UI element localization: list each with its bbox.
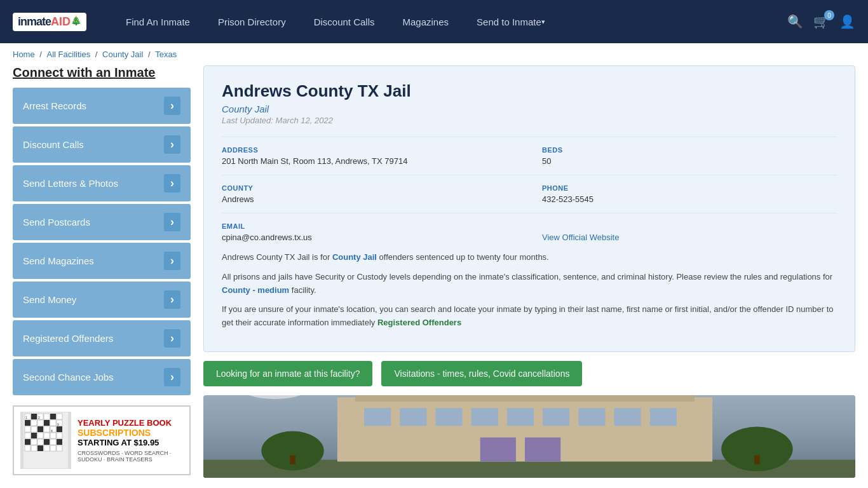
facility-type: County Jail bbox=[222, 104, 837, 114]
info-col-address: ADDRESS 201 North Main St, Room 113, And… bbox=[222, 146, 517, 166]
breadcrumb-sep1: / bbox=[39, 50, 44, 59]
svg-rect-50 bbox=[543, 408, 569, 426]
sidebar-label-send-money: Send Money bbox=[23, 294, 76, 305]
nav-discount-calls[interactable]: Discount Calls bbox=[300, 0, 389, 43]
svg-rect-24 bbox=[57, 433, 62, 438]
sidebar-item-send-magazines[interactable]: Send Magazines › bbox=[13, 243, 191, 279]
facility-info-row2: COUNTY Andrews PHONE 432-523-5545 bbox=[222, 175, 837, 204]
svg-text:4: 4 bbox=[51, 429, 53, 433]
svg-rect-60 bbox=[754, 456, 759, 464]
svg-rect-13 bbox=[25, 426, 31, 432]
sidebar-item-send-letters[interactable]: Send Letters & Photos › bbox=[13, 165, 191, 201]
breadcrumb-all-facilities[interactable]: All Facilities bbox=[47, 50, 91, 59]
sidebar-item-arrest-records[interactable]: Arrest Records › bbox=[13, 88, 191, 124]
website-link[interactable]: View Official Website bbox=[542, 233, 619, 242]
svg-text:9: 9 bbox=[57, 423, 59, 426]
svg-rect-15 bbox=[37, 426, 43, 432]
svg-rect-30 bbox=[57, 439, 62, 445]
phone-value: 432-523-5545 bbox=[542, 194, 837, 204]
svg-rect-36 bbox=[57, 445, 62, 451]
breadcrumb-sep2: / bbox=[95, 50, 100, 59]
svg-rect-27 bbox=[37, 439, 43, 445]
nav-find-inmate[interactable]: Find An Inmate bbox=[112, 0, 204, 43]
sidebar-label-arrest-records: Arrest Records bbox=[23, 100, 86, 111]
svg-rect-25 bbox=[25, 439, 31, 445]
breadcrumb-county-jail[interactable]: County Jail bbox=[102, 50, 143, 59]
svg-rect-7 bbox=[25, 420, 31, 426]
breadcrumb-texas[interactable]: Texas bbox=[155, 50, 177, 59]
breadcrumb-sep3: / bbox=[148, 50, 153, 59]
svg-rect-22 bbox=[44, 433, 50, 438]
svg-rect-45 bbox=[364, 408, 391, 426]
email-label: EMAIL bbox=[222, 222, 517, 230]
desc-para1: Andrews County TX Jail is for County Jai… bbox=[222, 251, 837, 264]
nav-prison-directory[interactable]: Prison Directory bbox=[204, 0, 300, 43]
svg-rect-48 bbox=[471, 408, 498, 426]
ad-title-part2: SUBSCRIPTIONS bbox=[78, 428, 151, 438]
svg-rect-14 bbox=[31, 426, 37, 432]
svg-text:1: 1 bbox=[25, 416, 27, 419]
ad-desc: CROSSWORDS · WORD SEARCH · SUDOKU · BRAI… bbox=[78, 450, 183, 463]
sidebar-label-registered-offenders: Registered Offenders bbox=[23, 333, 113, 344]
desc-para2: All prisons and jails have Security or C… bbox=[222, 271, 837, 297]
logo-text: inmate bbox=[18, 15, 51, 29]
chevron-right-icon: › bbox=[164, 213, 180, 231]
sidebar-item-send-postcards[interactable]: Send Postcards › bbox=[13, 204, 191, 240]
navbar-icons: 🔍 🛒 0 👤 bbox=[787, 14, 855, 29]
svg-rect-33 bbox=[37, 445, 43, 451]
info-col-email: EMAIL cpina@co.andrews.tx.us bbox=[222, 222, 517, 242]
email-value: cpina@co.andrews.tx.us bbox=[222, 233, 517, 242]
svg-rect-16 bbox=[44, 426, 50, 432]
svg-rect-31 bbox=[25, 445, 31, 451]
svg-rect-49 bbox=[507, 408, 534, 426]
sidebar-item-send-money[interactable]: Send Money › bbox=[13, 281, 191, 318]
chevron-right-icon: › bbox=[164, 368, 180, 386]
beds-value: 50 bbox=[542, 156, 837, 166]
sidebar: Connect with an Inmate Arrest Records › … bbox=[13, 65, 191, 478]
nav-magazines[interactable]: Magazines bbox=[389, 0, 463, 43]
svg-rect-29 bbox=[50, 439, 56, 445]
info-col-beds: BEDS 50 bbox=[542, 146, 837, 166]
website-label-spacer bbox=[542, 222, 837, 230]
nav-send-to-inmate[interactable]: Send to Inmate bbox=[463, 0, 559, 43]
sidebar-item-second-chance-jobs[interactable]: Second Chance Jobs › bbox=[13, 359, 191, 395]
svg-point-59 bbox=[721, 427, 792, 471]
chevron-right-icon: › bbox=[164, 97, 180, 115]
breadcrumb-home[interactable]: Home bbox=[13, 50, 35, 59]
sidebar-item-discount-calls[interactable]: Discount Calls › bbox=[13, 126, 191, 163]
cart-icon[interactable]: 🛒 0 bbox=[813, 14, 829, 29]
phone-label: PHONE bbox=[542, 184, 837, 192]
logo[interactable]: inmateAID🎄 bbox=[13, 13, 86, 31]
search-icon[interactable]: 🔍 bbox=[787, 14, 803, 29]
svg-rect-20 bbox=[31, 433, 37, 438]
find-inmate-button[interactable]: Looking for an inmate at this facility? bbox=[203, 361, 372, 386]
registered-offenders-link[interactable]: Registered Offenders bbox=[377, 318, 461, 327]
svg-rect-47 bbox=[435, 408, 462, 426]
logo-hat: 🎄 bbox=[71, 15, 81, 25]
main-layout: Connect with an Inmate Arrest Records › … bbox=[0, 65, 868, 478]
county-medium-link[interactable]: County - medium bbox=[222, 285, 289, 295]
content-area: Andrews County TX Jail County Jail Last … bbox=[203, 65, 855, 478]
website-value: View Official Website bbox=[542, 233, 837, 242]
visitation-button[interactable]: Visitations - times, rules, Covid cancel… bbox=[381, 361, 582, 386]
svg-rect-34 bbox=[44, 445, 50, 451]
desc-para3: If you are unsure of your inmate's locat… bbox=[222, 303, 837, 330]
sidebar-label-second-chance-jobs: Second Chance Jobs bbox=[23, 372, 114, 383]
county-jail-link[interactable]: County Jail bbox=[332, 252, 377, 262]
ad-title: YEARLY PUZZLE BOOK bbox=[78, 418, 183, 428]
chevron-right-icon: › bbox=[164, 329, 180, 348]
svg-rect-54 bbox=[480, 438, 516, 462]
facility-image bbox=[203, 395, 855, 478]
svg-rect-26 bbox=[31, 439, 37, 445]
ad-title-part1: YEARLY PUZZLE BOOK bbox=[78, 418, 172, 428]
chevron-right-icon: › bbox=[164, 135, 180, 154]
svg-rect-55 bbox=[525, 438, 560, 462]
user-icon[interactable]: 👤 bbox=[839, 14, 855, 29]
sidebar-item-registered-offenders[interactable]: Registered Offenders › bbox=[13, 320, 191, 356]
sidebar-label-send-magazines: Send Magazines bbox=[23, 255, 94, 266]
facility-building-svg bbox=[203, 395, 855, 478]
svg-rect-21 bbox=[37, 433, 43, 438]
info-col-county: COUNTY Andrews bbox=[222, 184, 517, 204]
svg-rect-23 bbox=[50, 433, 56, 438]
ad-banner[interactable]: 1 2 4 9 YEARLY PUZZLE BOOK SUBSCRIPTIONS… bbox=[13, 405, 191, 475]
